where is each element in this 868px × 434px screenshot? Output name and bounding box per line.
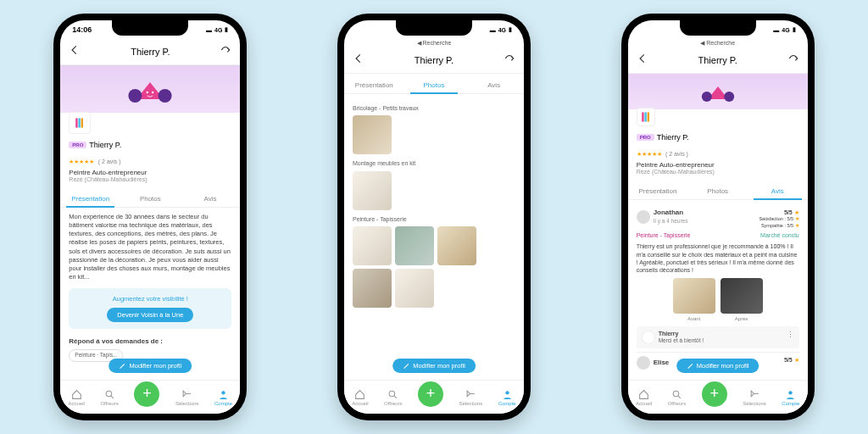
photo-thumb[interactable] [353, 269, 392, 308]
svg-rect-15 [647, 112, 648, 121]
tab-photos[interactable]: Photos [404, 77, 465, 93]
nav-add[interactable]: + [418, 381, 443, 407]
tab-photos[interactable]: Photos [120, 191, 181, 207]
header: Thierry P. [344, 47, 524, 74]
nav-offers[interactable]: Offreurs [100, 389, 119, 406]
nav-account[interactable]: Compte [782, 389, 799, 406]
job-title: Peintre Auto-entrepreneur [637, 161, 799, 169]
svg-point-9 [389, 391, 395, 397]
stars-icon: ★★★★★ [637, 151, 662, 157]
nav-account[interactable]: Compte [214, 389, 232, 406]
svg-point-8 [221, 391, 225, 394]
bottom-nav: Accueil Offreurs + Sélections Compte [628, 380, 808, 414]
nav-home[interactable]: Accueil [69, 389, 85, 406]
back-icon[interactable] [69, 44, 81, 59]
tab-presentation[interactable]: Présentation [60, 191, 120, 207]
tab-avis[interactable]: Avis [181, 191, 241, 207]
svg-rect-13 [642, 112, 643, 121]
profile-block: PROThierry P. ★★★★★ ( 2 avis ) Peintre A… [60, 113, 240, 187]
nav-home[interactable]: Accueil [636, 389, 652, 406]
owner-reply: ThierryMerci et à bientôt ! ⋮ [637, 326, 799, 348]
nav-selections[interactable]: Sélections [459, 389, 483, 406]
featured-button[interactable]: Devenir Voisin à la Une [107, 308, 193, 322]
review-item: Jonathan Il y a 4 heures 5/5 ★ Satisfact… [637, 205, 799, 353]
phone-avis: 15:56 ▬ 4G ▮ ◀ Recherche Thierry P. PROT… [621, 14, 815, 420]
reviewer-name: Elise [654, 359, 670, 368]
edit-profile-fab[interactable]: Modifier mon profil [392, 358, 476, 373]
nav-offers[interactable]: Offreurs [668, 389, 687, 406]
photo-thumb[interactable] [437, 226, 476, 265]
reviewer-avatar [637, 210, 650, 224]
tab-presentation[interactable]: Présentation [628, 183, 688, 199]
svg-point-10 [505, 391, 509, 394]
photo-thumb[interactable] [353, 226, 392, 265]
svg-rect-14 [644, 112, 646, 121]
nav-offers[interactable]: Offreurs [384, 389, 403, 406]
status-time: 15:56 [413, 25, 432, 34]
svg-point-3 [152, 92, 153, 93]
page-title: Thierry P. [415, 55, 453, 65]
tab-avis[interactable]: Avis [748, 183, 808, 199]
tab-avis[interactable]: Avis [464, 77, 524, 93]
avatar[interactable] [69, 112, 91, 134]
nav-selections[interactable]: Sélections [743, 389, 766, 406]
photo-thumb[interactable] [353, 171, 392, 210]
profile-name: Thierry P. [657, 133, 689, 142]
search-back[interactable]: ◀ Recherche [628, 39, 808, 47]
status-bar: 15:56 ▬ 4G ▮ [344, 20, 524, 39]
back-icon[interactable] [637, 53, 648, 68]
photo-thumb[interactable] [395, 226, 434, 265]
photo-cat-1: Bricolage - Petits travaux [353, 104, 515, 112]
phone-presentation: 14:06 ▬ 4G ▮ Thierry P. PROThierry P. ★★… [53, 14, 247, 420]
share-icon[interactable] [504, 53, 515, 68]
share-icon[interactable] [220, 44, 231, 59]
photo-thumb[interactable] [353, 115, 392, 154]
reviewer-avatar [637, 356, 650, 370]
visibility-box: Augmentez votre visibilité ! Devenir Voi… [69, 288, 231, 329]
location: Rezé (Château-Mahaudières) [637, 169, 799, 175]
more-icon[interactable]: ⋮ [787, 330, 794, 340]
content-photos: Bricolage - Petits travaux Montage meubl… [344, 94, 524, 380]
phone-photos: 15:56 ▬ 4G ▮ ◀ Recherche Thierry P. Prés… [337, 14, 531, 420]
stars-icon: ★★★★★ [69, 159, 94, 164]
tab-presentation[interactable]: Présentation [344, 77, 404, 93]
location: Rezé (Château-Mahaudières) [69, 176, 231, 182]
nav-selections[interactable]: Sélections [175, 389, 199, 406]
review-photo-before[interactable] [673, 278, 715, 314]
nav-home[interactable]: Accueil [352, 389, 368, 406]
avatar[interactable] [637, 108, 655, 126]
svg-point-16 [673, 391, 679, 397]
review-count: ( 2 avis ) [98, 159, 121, 164]
search-back[interactable]: ◀ Recherche [344, 39, 524, 47]
nav-add[interactable]: + [134, 381, 159, 407]
visibility-title: Augmentez votre visibilité ! [75, 295, 225, 303]
header: Thierry P. [628, 47, 808, 74]
respond-title: Répond à vos demandes de : [69, 337, 231, 347]
edit-profile-fab[interactable]: Modifier mon profil [108, 358, 192, 373]
review-time: Il y a 4 heures [654, 218, 688, 225]
svg-point-11 [701, 92, 711, 102]
profile-block: PROThierry P. ★★★★★ ( 2 avis ) Peintre A… [628, 109, 808, 180]
share-icon[interactable] [787, 53, 799, 68]
photo-thumb[interactable] [395, 269, 434, 308]
nav-account[interactable]: Compte [498, 389, 516, 406]
back-icon[interactable] [353, 53, 364, 68]
review-score: 5/5 ★ [784, 356, 799, 364]
tab-photos[interactable]: Photos [687, 183, 748, 199]
nav-add[interactable]: + [702, 381, 727, 407]
reply-name: Thierry [659, 330, 704, 337]
review-photo-after[interactable] [721, 278, 763, 314]
status-right: ▬ 4G ▮ [490, 26, 512, 33]
reviewer-name: Jonathan [654, 209, 688, 218]
status-time: 14:06 [72, 25, 92, 34]
status-right: ▬ 4G ▮ [206, 26, 228, 33]
svg-point-0 [129, 89, 142, 103]
owner-avatar [642, 331, 655, 344]
status-bar: 15:56 ▬ 4G ▮ [628, 20, 808, 39]
status-time: 15:56 [697, 25, 716, 34]
review-status: Marché conclu [760, 231, 799, 239]
pro-badge: PRO [637, 134, 654, 141]
edit-profile-fab[interactable]: Modifier mon profil [676, 358, 760, 373]
svg-rect-6 [81, 118, 83, 127]
svg-point-7 [106, 391, 112, 397]
